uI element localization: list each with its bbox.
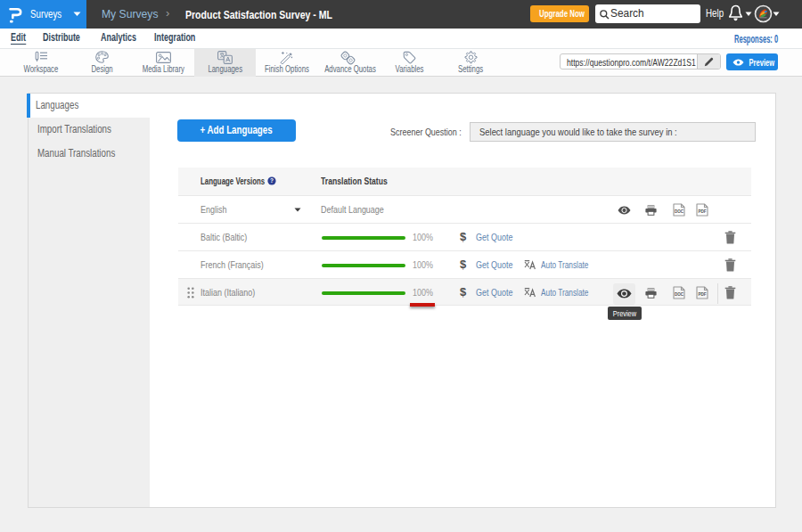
svg-text:PDF: PDF — [698, 292, 706, 297]
svg-text:PDF: PDF — [698, 209, 706, 214]
svg-text:DOC: DOC — [675, 209, 684, 214]
svg-text:?: ? — [270, 177, 274, 184]
svg-text:DOC: DOC — [675, 292, 684, 297]
